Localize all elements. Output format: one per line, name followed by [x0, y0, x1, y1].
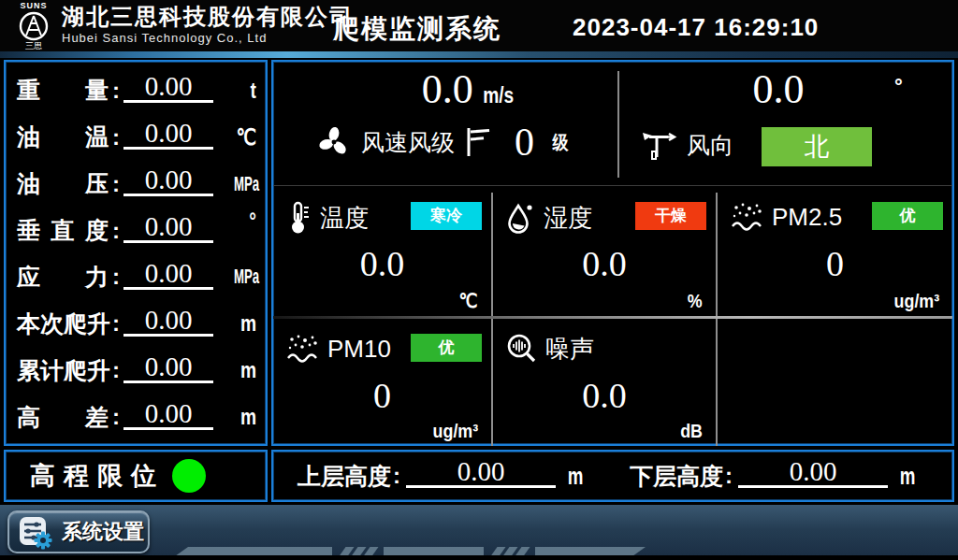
- metric-unit: m: [226, 404, 256, 430]
- wind-speed-value-row: 0.0m/s: [329, 67, 610, 112]
- lower-height-value: 0.00: [790, 456, 837, 486]
- colon: :: [112, 404, 120, 430]
- colon: :: [725, 463, 733, 489]
- metric-row-stress: 应 力: 0.00 MPa: [17, 254, 256, 301]
- metric-row-weight: 重 量: 0.00 t: [17, 67, 256, 114]
- pm10-status-badge: 优: [411, 334, 482, 362]
- wind-speed-label: 风速风级: [361, 127, 455, 158]
- layer-heights-row: 上层高度: 0.00 m 下层高度: 0.00 m: [273, 452, 952, 500]
- datetime-display: 2023-04-17 16:29:10: [573, 13, 819, 42]
- wind-level-flag-icon: [464, 125, 492, 159]
- colon: :: [112, 264, 120, 290]
- taskbar-bottom-strip: [0, 555, 958, 560]
- sensor-header: PM10: [284, 332, 391, 366]
- company-name-cn: 湖北三思科技股份有限公司: [62, 4, 354, 30]
- sensor-value: 0.0: [273, 243, 491, 284]
- wind-vane-icon: [640, 127, 677, 163]
- metric-label: 高 差: [17, 402, 109, 433]
- sensor-name: 湿度: [544, 202, 592, 235]
- colon: :: [393, 463, 400, 489]
- elevation-limit-box: 高程限位: [4, 450, 268, 502]
- company-logo: SUNS 三思: [9, 2, 58, 50]
- sensor-name: PM2.5: [772, 203, 842, 232]
- metric-value: 0.00: [145, 258, 193, 288]
- metrics-sidebar: 重 量: 0.00 t 油 温: 0.00 ℃ 油 压: 0.00 MPa 垂直…: [4, 60, 268, 446]
- metric-value-field: 0.00: [123, 212, 213, 243]
- sliders-gear-icon: [17, 513, 54, 551]
- sensor-name: 噪声: [545, 333, 594, 366]
- temperature-status-badge: 寒冷: [411, 202, 482, 230]
- metric-value-field: 0.00: [123, 165, 213, 196]
- colon: :: [112, 218, 120, 244]
- sensor-name: PM10: [327, 335, 391, 364]
- metric-row-oil-temp: 油 温: 0.00 ℃: [17, 114, 256, 161]
- sensor-header: PM2.5: [729, 200, 842, 234]
- sensor-header: 噪声: [504, 332, 594, 366]
- sensor-unit: %: [688, 290, 703, 312]
- wind-section-divider: [617, 71, 619, 178]
- pm25-status-badge: 优: [872, 202, 943, 230]
- metric-unit: m: [226, 357, 256, 383]
- metric-label: 油 压: [17, 168, 109, 199]
- lower-height-field: 0.00: [738, 457, 888, 488]
- colon: :: [112, 310, 120, 337]
- metric-row-verticality: 垂直度: 0.00 °: [17, 208, 256, 254]
- lower-height-unit: m: [900, 463, 916, 490]
- metric-value: 0.00: [145, 352, 193, 381]
- sensor-unit: ug/m³: [432, 420, 478, 442]
- sensor-cell-pm10: PM10 优 0 ug/m³: [273, 319, 491, 446]
- metric-value: 0.00: [145, 71, 193, 101]
- wind-direction-unit: °: [894, 75, 903, 99]
- upper-height-group: 上层高度: 0.00 m: [298, 457, 596, 495]
- metric-value: 0.00: [145, 118, 193, 148]
- wind-direction-value: 0.0: [753, 66, 805, 112]
- sensor-unit: dB: [680, 420, 703, 442]
- elevation-limit-status-light: [172, 459, 206, 493]
- metric-label: 垂直度: [17, 215, 109, 246]
- dust-particles-icon: [284, 332, 320, 366]
- wind-speed-label-row: 风速风级 0 级: [316, 120, 570, 165]
- environment-panel: 0.0m/s 风速风级 0 级 0.0 °: [271, 60, 954, 446]
- humidity-status-badge: 干燥: [635, 202, 706, 230]
- metric-value-field: 0.00: [123, 259, 213, 290]
- wind-direction-indicator[interactable]: 北: [762, 127, 872, 166]
- page-title: 爬模监测系统: [333, 11, 501, 47]
- metric-value: 0.00: [145, 305, 193, 335]
- metric-value-field: 0.00: [123, 352, 213, 383]
- metric-unit: MPa: [234, 172, 256, 196]
- sensor-cell-pm25: PM2.5 优 0 ug/m³: [718, 187, 952, 316]
- wind-direction-label: 风向: [687, 130, 733, 161]
- lower-height-group: 下层高度: 0.00 m: [596, 457, 928, 495]
- company-name-block: 湖北三思科技股份有限公司 Hubei Sansi Technology Co.,…: [62, 4, 354, 46]
- thermometer-icon: [284, 200, 312, 236]
- colon: :: [112, 357, 120, 383]
- header: SUNS 三思 湖北三思科技股份有限公司 Hubei Sansi Technol…: [0, 0, 958, 51]
- sensor-header: 湿度: [504, 200, 592, 236]
- colon: :: [112, 124, 120, 151]
- colon: :: [112, 78, 120, 104]
- wind-speed-value: 0.0: [422, 66, 473, 112]
- upper-height-field: 0.00: [406, 457, 556, 488]
- metric-label: 累计爬升: [17, 355, 109, 386]
- metric-label: 重 量: [17, 75, 109, 106]
- upper-height-unit: m: [568, 463, 584, 490]
- metric-label: 本次爬升: [17, 309, 109, 339]
- metric-row-oil-pressure: 油 压: 0.00 MPa: [17, 161, 256, 208]
- sensor-name: 温度: [320, 202, 369, 235]
- sensor-value: 0.0: [493, 243, 716, 284]
- metric-unit: °: [226, 208, 256, 234]
- metric-unit: m: [226, 310, 256, 337]
- droplet-icon: [504, 200, 536, 236]
- wind-level-unit: 级: [553, 130, 569, 155]
- metric-value-field: 0.00: [123, 119, 213, 150]
- wind-level-value: 0: [515, 120, 534, 165]
- sensor-cell-noise: 噪声 0.0 dB: [493, 319, 716, 446]
- sensor-unit: ℃: [459, 290, 478, 312]
- sansi-compass-icon: [18, 10, 50, 42]
- company-name-en: Hubei Sansi Technology Co., Ltd: [62, 30, 354, 46]
- wind-speed-unit: m/s: [483, 82, 514, 108]
- taskbar: 系统设置: [0, 505, 958, 560]
- settings-button-label: 系统设置: [62, 518, 144, 546]
- metric-value: 0.00: [145, 211, 193, 241]
- metric-value: 0.00: [145, 165, 193, 194]
